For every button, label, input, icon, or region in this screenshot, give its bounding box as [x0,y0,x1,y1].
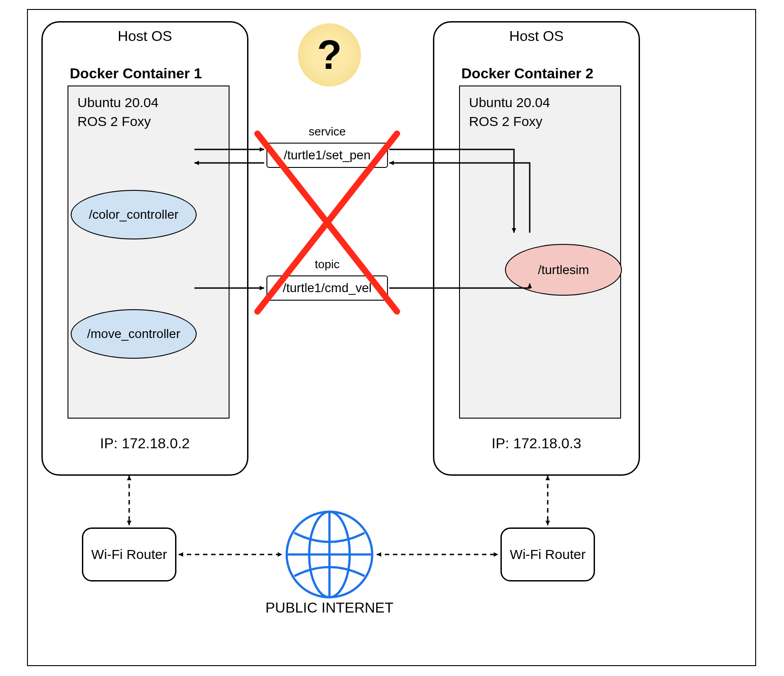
host1-ip: IP: 172.18.0.2 [43,435,247,452]
container1-inner: Ubuntu 20.04 ROS 2 Foxy /color_controlle… [68,86,230,419]
container1-ros: ROS 2 Foxy [77,112,220,131]
container1-os: Ubuntu 20.04 [77,93,220,112]
host-os-2: Host OS Docker Container 2 Ubuntu 20.04 … [433,21,640,476]
svg-point-1 [309,512,350,597]
globe-icon [287,512,372,597]
diagram-canvas: Host OS Docker Container 1 Ubuntu 20.04 … [27,9,756,666]
svg-point-0 [287,512,372,597]
wifi-router-2: Wi-Fi Router [500,527,595,581]
wifi-router-1: Wi-Fi Router [82,527,176,581]
topic-box: /turtle1/cmd_vel [266,275,388,301]
container2-inner: Ubuntu 20.04 ROS 2 Foxy /turtlesim [459,86,621,419]
container2-os: Ubuntu 20.04 [469,93,611,112]
public-internet-label: PUBLIC INTERNET [239,599,419,616]
container2-label: Docker Container 2 [461,65,593,82]
container2-ros: ROS 2 Foxy [469,112,611,131]
container2-os-info: Ubuntu 20.04 ROS 2 Foxy [460,86,620,138]
host1-title: Host OS [43,28,247,45]
node-move-controller: /move_controller [71,309,197,359]
topic-label: topic [266,257,388,271]
host2-ip: IP: 172.18.0.3 [434,435,639,452]
service-box: /turtle1/set_pen [266,143,388,168]
container1-os-info: Ubuntu 20.04 ROS 2 Foxy [68,86,229,138]
node-turtlesim: /turtlesim [505,244,622,296]
container1-label: Docker Container 1 [70,65,202,82]
host-os-1: Host OS Docker Container 1 Ubuntu 20.04 … [41,21,248,476]
service-label: service [266,125,388,139]
node-color-controller: /color_controller [71,190,197,239]
question-mark-icon: ? [298,23,361,86]
host2-title: Host OS [434,28,639,45]
